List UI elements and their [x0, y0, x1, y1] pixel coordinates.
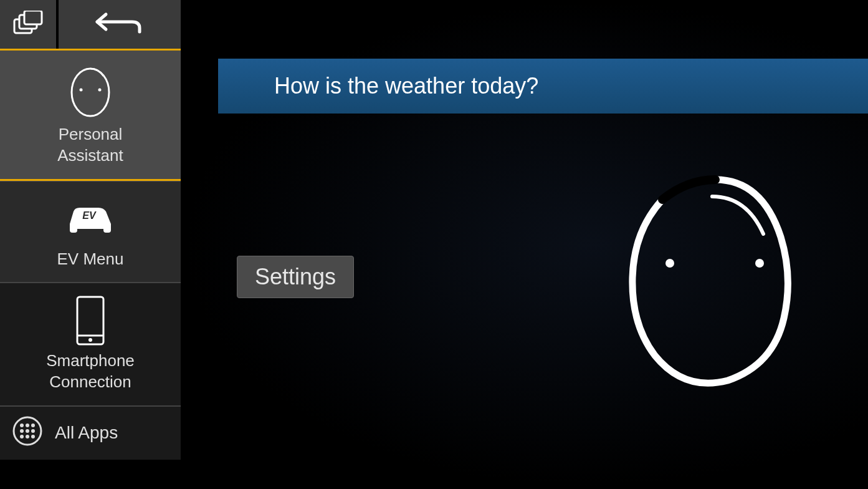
- window-switcher-button[interactable]: [0, 0, 56, 49]
- svg-point-16: [31, 429, 35, 433]
- svg-point-20: [665, 259, 674, 268]
- svg-point-11: [20, 424, 24, 427]
- windows-stack-icon: [13, 11, 43, 38]
- back-button[interactable]: [59, 0, 181, 49]
- svg-rect-2: [24, 11, 42, 24]
- assistant-avatar: [625, 175, 799, 389]
- settings-button-label: Settings: [255, 264, 336, 289]
- apps-grid-icon: [12, 416, 42, 450]
- sidebar-item-label: All Apps: [55, 423, 118, 443]
- svg-point-9: [88, 338, 92, 342]
- assistant-face-large-icon: [625, 378, 799, 389]
- settings-button[interactable]: Settings: [237, 256, 354, 298]
- sidebar-item-label: EV Menu: [57, 249, 124, 270]
- svg-point-15: [26, 429, 29, 433]
- assistant-face-icon: [69, 63, 112, 119]
- svg-point-18: [26, 435, 29, 438]
- sidebar-item-ev-menu[interactable]: EV EV Menu: [0, 181, 181, 283]
- svg-rect-7: [77, 297, 103, 344]
- main-content: How is the weather today? Settings: [181, 0, 868, 489]
- svg-text:EV: EV: [82, 210, 97, 221]
- sidebar-item-label: Personal Assistant: [57, 124, 123, 167]
- top-button-row: [0, 0, 181, 49]
- svg-point-14: [20, 429, 24, 433]
- sidebar-item-smartphone-connection[interactable]: Smartphone Connection: [0, 282, 181, 405]
- sidebar: Personal Assistant EV EV Menu Smartphone…: [0, 0, 181, 489]
- sidebar-item-personal-assistant[interactable]: Personal Assistant: [0, 49, 181, 181]
- sidebar-item-label: Smartphone Connection: [46, 351, 135, 393]
- svg-point-17: [20, 435, 24, 438]
- ev-car-icon: EV: [62, 194, 118, 244]
- voice-query-text: How is the weather today?: [274, 73, 538, 99]
- svg-point-13: [31, 424, 35, 427]
- svg-point-4: [80, 89, 83, 92]
- svg-point-19: [31, 435, 35, 438]
- svg-point-12: [26, 424, 29, 427]
- svg-point-5: [98, 89, 102, 92]
- svg-point-21: [755, 259, 764, 268]
- voice-query-bar: How is the weather today?: [218, 59, 868, 114]
- sidebar-item-all-apps[interactable]: All Apps: [0, 405, 181, 460]
- back-arrow-icon: [95, 12, 145, 37]
- smartphone-icon: [75, 296, 106, 346]
